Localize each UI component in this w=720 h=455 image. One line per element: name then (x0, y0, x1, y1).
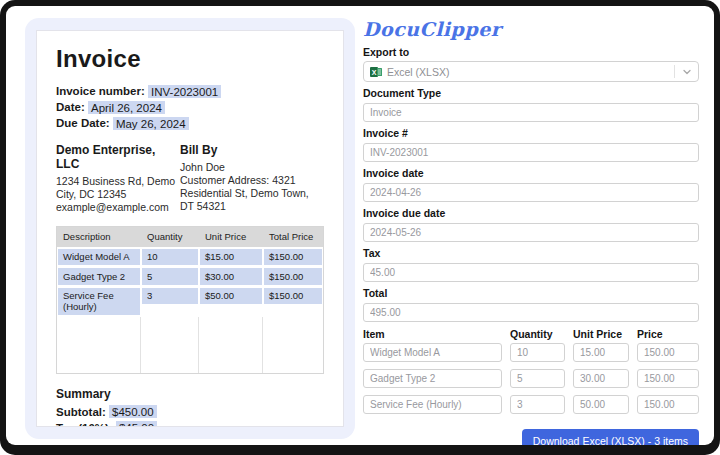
items-grid: Item Quantity Unit Price Price (363, 324, 699, 414)
tax-label: Tax (10%): (56, 422, 113, 428)
item-quantity-input[interactable] (510, 343, 565, 362)
row-gap (363, 388, 502, 395)
parties-section: Demo Enterprise, LLC 1234 Business Rd, D… (56, 143, 324, 214)
export-form-panel: DocuClipper Export to X Excel (XLSX) Doc… (355, 6, 714, 445)
item-name-input[interactable] (363, 343, 502, 362)
button-row: Download Excel (XLSX) - 3 items (363, 429, 699, 445)
tax-value: $45.00 (116, 421, 157, 427)
cell-value: $150.00 (264, 288, 322, 305)
cell-value: $30.00 (200, 268, 262, 285)
cell-value: Service Fee (Hourly) (58, 288, 140, 316)
table-empty-cell (57, 317, 141, 373)
item-price-input[interactable] (637, 343, 699, 362)
table-cell: 3 (141, 286, 199, 317)
cell-value: 5 (142, 268, 198, 285)
chevron-down-icon (682, 67, 692, 77)
item-price-input[interactable] (637, 369, 699, 388)
total-input[interactable] (363, 303, 699, 322)
seller-email: example@example.com (56, 201, 180, 214)
summary-heading: Summary (56, 387, 324, 401)
invoice-number-label: Invoice number: (56, 85, 145, 97)
cell-value: 3 (142, 288, 198, 305)
tax-line: Tax (10%): $45.00 (56, 421, 324, 428)
subtotal-value: $450.00 (109, 405, 157, 418)
invoice-due-date-label: Due Date: (56, 117, 110, 129)
seller-address: 1234 Business Rd, Demo City, DC 12345 (56, 175, 180, 201)
price-col-header: Price (637, 328, 699, 340)
table-cell: 5 (141, 267, 199, 287)
invoice-due-date-value: May 26, 2024 (113, 117, 189, 130)
app-window: Invoice Invoice number: INV-2023001 Date… (6, 6, 714, 445)
item-unit-price-input[interactable] (573, 395, 629, 414)
table-cell: Gadget Type 2 (57, 267, 141, 287)
col-header-description: Description (57, 227, 141, 247)
invoice-date-input[interactable] (363, 183, 699, 202)
table-cell: Widget Model A (57, 247, 141, 267)
table-cell: $15.00 (199, 247, 263, 267)
item-col-header: Item (363, 328, 502, 340)
invoice-due-date-input[interactable] (363, 223, 699, 242)
table-cell: $30.00 (199, 267, 263, 287)
total-field-label: Total (363, 287, 699, 299)
bill-by-heading: Bill By (180, 143, 324, 157)
item-name-input[interactable] (363, 369, 502, 388)
bill-by-block: Bill By John Doe Customer Address: 4321 … (180, 143, 324, 214)
subtotal-line: Subtotal: $450.00 (56, 405, 324, 420)
line-items-table: Description Quantity Unit Price Total Pr… (56, 226, 324, 374)
item-unit-price-input[interactable] (573, 369, 629, 388)
table-cell: $150.00 (263, 247, 323, 267)
screenshot-frame: Invoice Invoice number: INV-2023001 Date… (0, 0, 720, 455)
select-divider (674, 65, 675, 78)
download-excel-button[interactable]: Download Excel (XLSX) - 3 items (522, 429, 699, 445)
invoice-date-label: Date: (56, 101, 85, 113)
unit-price-col-header: Unit Price (573, 328, 629, 340)
table-empty-cell (263, 317, 323, 373)
quantity-col-header: Quantity (510, 328, 565, 340)
table-cell: $50.00 (199, 286, 263, 317)
svg-text:X: X (372, 68, 377, 75)
tax-input[interactable] (363, 263, 699, 282)
seller-name: Demo Enterprise, LLC (56, 143, 180, 171)
invoice-date-field-label: Invoice date (363, 167, 699, 179)
item-quantity-input[interactable] (510, 369, 565, 388)
subtotal-label: Subtotal: (56, 406, 106, 418)
document-type-input[interactable] (363, 103, 699, 122)
row-gap (363, 362, 502, 369)
excel-icon: X (370, 66, 382, 78)
document-type-label: Document Type (363, 87, 699, 99)
customer-name: John Doe (180, 161, 324, 174)
document-preview-panel: Invoice Invoice number: INV-2023001 Date… (25, 18, 355, 439)
table-empty-cell (141, 317, 199, 373)
item-name-input[interactable] (363, 395, 502, 414)
invoice-date-line: Date: April 26, 2024 (56, 100, 324, 115)
cell-value: $150.00 (264, 268, 322, 285)
table-cell: $150.00 (263, 286, 323, 317)
invoice-number-value: INV-2023001 (148, 85, 221, 98)
item-price-input[interactable] (637, 395, 699, 414)
export-format-select[interactable]: X Excel (XLSX) (363, 61, 699, 82)
col-header-total-price: Total Price (263, 227, 323, 247)
seller-block: Demo Enterprise, LLC 1234 Business Rd, D… (56, 143, 180, 214)
cell-value: Gadget Type 2 (58, 268, 140, 285)
invoice-number-input[interactable] (363, 143, 699, 162)
export-to-label: Export to (363, 46, 699, 58)
col-header-quantity: Quantity (141, 227, 199, 247)
invoice-date-value: April 26, 2024 (88, 101, 165, 114)
cell-value: Widget Model A (58, 249, 140, 266)
cell-value: 10 (142, 249, 198, 266)
customer-address: Customer Address: 4321 Residential St, D… (180, 174, 324, 213)
table-cell: $150.00 (263, 267, 323, 287)
invoice-number-line: Invoice number: INV-2023001 (56, 84, 324, 99)
tax-field-label: Tax (363, 247, 699, 259)
item-unit-price-input[interactable] (573, 343, 629, 362)
invoice-due-date-field-label: Invoice due date (363, 207, 699, 219)
cell-value: $50.00 (200, 288, 262, 305)
item-quantity-input[interactable] (510, 395, 565, 414)
docuclipper-logo: DocuClipper (363, 18, 699, 40)
cell-value: $150.00 (264, 249, 322, 266)
invoice-document: Invoice Invoice number: INV-2023001 Date… (36, 30, 344, 427)
table-cell: 10 (141, 247, 199, 267)
invoice-title: Invoice (56, 45, 324, 73)
export-format-value: Excel (XLSX) (387, 66, 674, 78)
col-header-unit-price: Unit Price (199, 227, 263, 247)
